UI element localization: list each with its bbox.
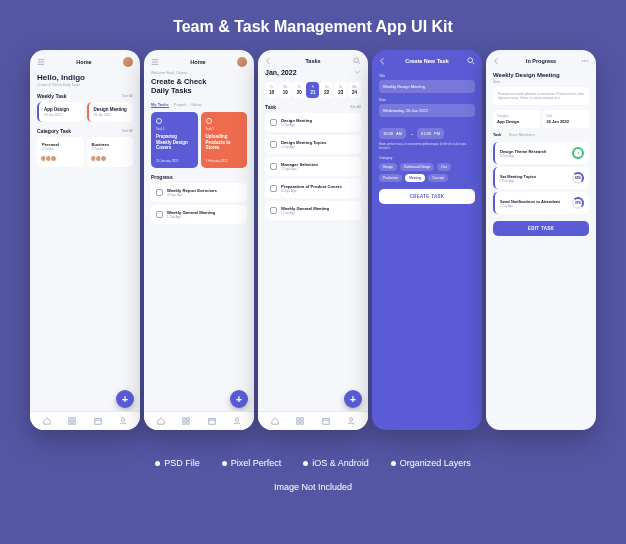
nav-grid-icon[interactable] [68,417,76,425]
menu-icon[interactable] [151,58,159,66]
cat-sub: 4 Tasks [42,147,79,151]
category-chip[interactable]: Concept [428,174,448,182]
time-from-input[interactable]: 10:00AM [379,128,406,139]
category-chip[interactable]: Dashboard Design [400,163,434,171]
nav-calendar-icon[interactable] [322,417,330,425]
category-chip[interactable]: Design [379,163,397,171]
checkbox-icon[interactable] [270,163,277,170]
svg-rect-4 [95,419,101,425]
fab-add[interactable]: + [344,390,362,408]
nav-home-icon[interactable] [271,417,279,425]
progress-item[interactable]: Weekly Report Exercises 3 Days Ago [151,183,247,202]
day-cell[interactable]: Sa22 [320,82,333,98]
search-icon[interactable] [467,57,475,65]
svg-rect-9 [187,422,189,424]
svg-point-12 [354,58,359,63]
svg-rect-0 [69,418,71,420]
nav-calendar-icon[interactable] [94,417,102,425]
task-item[interactable]: Design Meeting Topics 1 Day Ago [265,135,361,154]
checkbox-icon[interactable] [270,141,277,148]
day-cell[interactable]: Su23 [334,82,347,98]
task-item[interactable]: Preparation of Product Covers 3 Days Ago [265,179,361,198]
menu-icon[interactable] [37,58,45,66]
title-input[interactable]: Weekly Design Meeting [379,80,475,93]
item-sub: 2 Days Ago [281,167,318,171]
nav-profile-icon[interactable] [233,417,241,425]
create-task-button[interactable]: CREATE TASK [379,189,475,204]
day-cell[interactable]: Tu18 [265,82,278,98]
task-date: 1 February 2022 [206,159,228,163]
header-title: Home [190,59,205,65]
kit-title: Team & Task Management App UI Kit [0,0,626,50]
see-all-link[interactable]: See All [122,94,133,98]
task-title: Uploading Products to Stores [206,134,243,151]
tab-team-members[interactable]: Team Members [508,133,534,137]
nav-calendar-icon[interactable] [208,417,216,425]
back-icon[interactable] [493,57,501,65]
header-title: Home [76,59,91,65]
tab-notes[interactable]: Notes [191,102,201,108]
task-card[interactable]: Task 2 Uploading Products to Stores 1 Fe… [201,112,248,168]
check-dot-icon [156,118,162,124]
subtask-item[interactable]: Send Notifications to Attendees 1 Day Ag… [493,192,589,214]
nav-home-icon[interactable] [43,417,51,425]
time-to-input[interactable]: 01:00PM [417,128,444,139]
chevron-down-icon[interactable] [354,69,361,76]
day-cell[interactable]: Th20 [293,82,306,98]
category-chip[interactable]: Production [379,174,402,182]
nav-grid-icon[interactable] [296,417,304,425]
day-cell-active[interactable]: Fr21 [306,82,319,98]
day-cell[interactable]: Mo24 [348,82,361,98]
category-task-label: Category Task [37,128,71,134]
task-card[interactable]: Task 1 Preparing Weekly Design Covers 25… [151,112,198,168]
back-icon[interactable] [379,57,387,65]
more-icon[interactable] [581,57,589,65]
checkbox-icon[interactable] [270,185,277,192]
subtask-sub: 1 Day Ago [500,204,560,208]
fab-add[interactable]: + [116,390,134,408]
search-icon[interactable] [353,57,361,65]
category-card[interactable]: Personal 4 Tasks [37,137,84,167]
category-card[interactable]: Business 9 Tasks [87,137,134,167]
progress-item[interactable]: Weekly General Meeting 1 Day Ago [151,205,247,224]
category-chip[interactable]: Meeting [405,174,425,182]
task-item[interactable]: Manager Selection 2 Days Ago [265,157,361,176]
task-item[interactable]: Design Meeting 1 Day Ago [265,113,361,132]
weekly-card[interactable]: App Design 26 Jan 2022 [37,102,84,122]
nav-profile-icon[interactable] [119,417,127,425]
fab-add[interactable]: + [230,390,248,408]
date-input[interactable]: Wednesday, 26 Jan 2022 [379,104,475,117]
title-field-label: Title [379,74,475,78]
checkbox-icon[interactable] [270,119,277,126]
card-date: 28 Jan 2022 [94,113,129,117]
see-all-link[interactable]: See All [122,129,133,133]
checkbox-icon[interactable] [156,211,163,218]
meta-date: Date 26 Jan 2022 [543,110,590,128]
avatar[interactable] [123,57,133,67]
nav-grid-icon[interactable] [182,417,190,425]
weekly-card[interactable]: Design Meeting 28 Jan 2022 [87,102,134,122]
tab-task[interactable]: Task [493,133,501,137]
category-chip[interactable]: Dev [437,163,451,171]
weekly-task-label: Weekly Task [37,93,67,99]
header-title: In Progress [526,58,556,64]
task-item[interactable]: Weekly General Meeting 1 Day Ago [265,201,361,220]
checkbox-icon[interactable] [270,207,277,214]
svg-point-11 [236,418,239,421]
see-all-link[interactable]: See All [350,105,361,109]
checkbox-icon[interactable] [156,189,163,196]
svg-point-18 [350,418,353,421]
tabs: My Tasks Project Notes [151,102,247,108]
tab-project[interactable]: Project [174,102,186,108]
bottom-nav [30,411,140,430]
item-sub: 1 Day Ago [167,215,215,219]
nav-profile-icon[interactable] [347,417,355,425]
edit-task-button[interactable]: EDIT TASK [493,221,589,236]
nav-home-icon[interactable] [157,417,165,425]
tab-my-tasks[interactable]: My Tasks [151,102,169,108]
subtask-item[interactable]: Design Theme Research 3 Days Ago ✓ [493,142,589,164]
subtask-item[interactable]: Set Meeting Topics 2 Days Ago 62% [493,167,589,189]
avatar[interactable] [237,57,247,67]
back-icon[interactable] [265,57,273,65]
day-cell[interactable]: We19 [279,82,292,98]
